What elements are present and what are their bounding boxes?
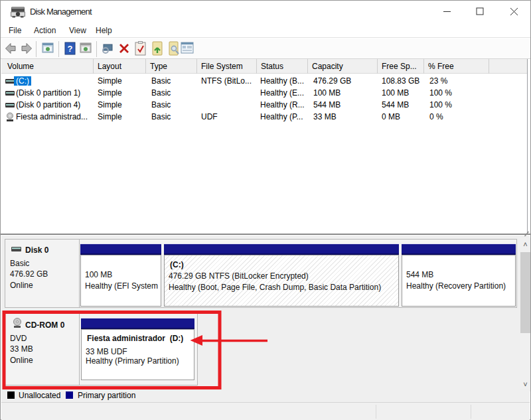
svg-text:?: ?	[68, 44, 73, 54]
